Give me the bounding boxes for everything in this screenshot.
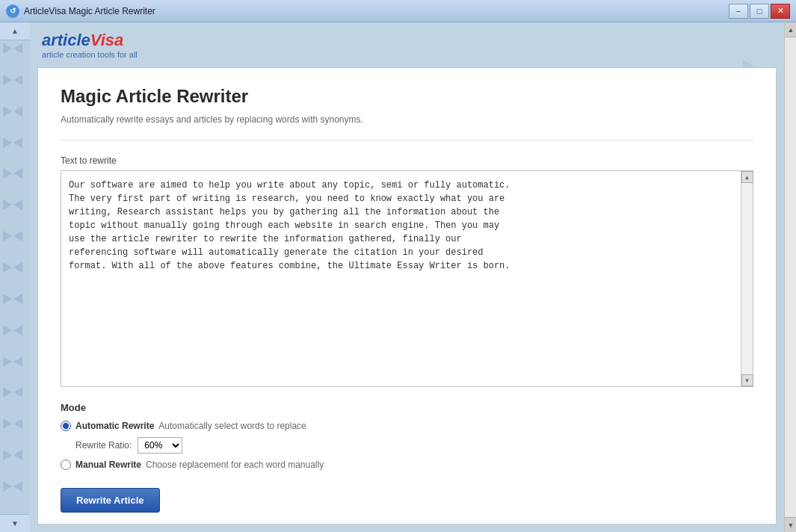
tri-deco bbox=[13, 43, 22, 54]
tri-deco bbox=[3, 387, 12, 398]
tri-deco bbox=[3, 294, 12, 304]
tri-deco bbox=[3, 231, 12, 241]
automatic-rewrite-row: Automatic Rewrite Automatically select w… bbox=[61, 421, 753, 431]
text-area-wrapper: Our software are aimed to help you write… bbox=[61, 170, 753, 387]
left-scroll-bottom: ▼ bbox=[0, 514, 30, 532]
logo-area: articleVisa article creation tools for a… bbox=[42, 31, 138, 59]
textarea-scroll-up[interactable]: ▲ bbox=[741, 171, 753, 183]
tri-deco bbox=[3, 168, 12, 179]
tri-deco bbox=[3, 450, 12, 460]
header-divider bbox=[61, 140, 753, 140]
right-scroll-up[interactable]: ▲ bbox=[785, 22, 796, 37]
manual-rewrite-bold: Manual Rewrite bbox=[75, 460, 141, 470]
tri-deco bbox=[13, 137, 22, 148]
manual-rewrite-row: Manual Rewrite Choose replacement for ea… bbox=[61, 460, 753, 470]
right-scroll-track[interactable] bbox=[785, 37, 796, 517]
restore-button[interactable]: □ bbox=[750, 4, 769, 19]
tri-deco bbox=[3, 75, 12, 85]
up-arrow-icon[interactable]: ▲ bbox=[11, 27, 19, 35]
text-to-rewrite-input[interactable]: Our software are aimed to help you write… bbox=[61, 171, 753, 386]
page-title: Magic Article Rewriter bbox=[61, 86, 753, 107]
textarea-scroll-down[interactable]: ▼ bbox=[741, 374, 753, 386]
textarea-scrollbar: ▲ ▼ bbox=[741, 171, 753, 386]
manual-rewrite-radio[interactable] bbox=[61, 460, 71, 470]
tri-deco bbox=[3, 200, 12, 210]
automatic-rewrite-desc: Automatically select words to replace bbox=[158, 421, 306, 431]
title-bar: ↺ ArticleVisa Magic Article Rewriter − □… bbox=[0, 0, 796, 22]
tri-deco bbox=[13, 75, 22, 85]
tri-deco bbox=[13, 450, 22, 460]
tri-deco bbox=[3, 262, 12, 273]
mode-label: Mode bbox=[61, 402, 753, 413]
mode-section: Mode Automatic Rewrite Automatically sel… bbox=[61, 402, 753, 470]
tri-deco bbox=[13, 481, 22, 492]
rewrite-ratio-select[interactable]: 10% 20% 30% 40% 50% 60% 70% 80% 90% 100% bbox=[138, 437, 182, 454]
app-icon: ↺ bbox=[6, 4, 19, 18]
tri-deco bbox=[13, 200, 22, 210]
title-bar-left: ↺ ArticleVisa Magic Article Rewriter bbox=[6, 4, 155, 18]
page-subtitle: Automatically rewrite essays and article… bbox=[61, 114, 753, 125]
tri-deco bbox=[3, 43, 12, 54]
tri-deco bbox=[3, 137, 12, 148]
tri-deco bbox=[3, 418, 12, 429]
main-container: ▲ bbox=[0, 22, 796, 532]
automatic-rewrite-radio[interactable] bbox=[61, 421, 71, 431]
rewrite-ratio-label: Rewrite Ratio: bbox=[75, 440, 132, 451]
tri-deco bbox=[13, 387, 22, 398]
left-scroll-top: ▲ bbox=[0, 22, 30, 40]
logo-text: articleVisa bbox=[42, 31, 138, 50]
automatic-rewrite-bold: Automatic Rewrite bbox=[75, 421, 154, 431]
tri-deco bbox=[3, 481, 12, 492]
tri-deco bbox=[3, 325, 12, 335]
textarea-scroll-track[interactable] bbox=[741, 183, 753, 374]
text-to-rewrite-label: Text to rewrite bbox=[61, 155, 753, 166]
white-card: Magic Article Rewriter Automatically rew… bbox=[37, 67, 777, 525]
rewrite-ratio-row: Rewrite Ratio: 10% 20% 30% 40% 50% 60% 7… bbox=[75, 437, 753, 454]
tri-deco bbox=[13, 418, 22, 429]
tri-deco bbox=[13, 294, 22, 304]
logo-visa-text: Visa bbox=[90, 31, 123, 49]
tri-deco bbox=[13, 325, 22, 335]
tri-deco bbox=[3, 356, 12, 367]
left-triangle-pattern bbox=[0, 40, 30, 514]
left-side-panel: ▲ bbox=[0, 22, 30, 532]
center-content: articleVisa article creation tools for a… bbox=[30, 22, 784, 532]
tri-deco bbox=[13, 356, 22, 367]
tri-deco bbox=[13, 231, 22, 241]
rewrite-article-button[interactable]: Rewrite Article bbox=[61, 488, 160, 513]
tri-deco bbox=[13, 168, 22, 179]
minimize-button[interactable]: − bbox=[729, 4, 748, 19]
tri-deco bbox=[3, 106, 12, 117]
header-area: articleVisa article creation tools for a… bbox=[30, 22, 784, 67]
tri-deco bbox=[13, 106, 22, 117]
manual-rewrite-desc: Choose replacement for each word manuall… bbox=[146, 460, 324, 470]
window-title: ArticleVisa Magic Article Rewriter bbox=[24, 6, 155, 16]
tri-deco bbox=[13, 262, 22, 273]
window-controls: − □ ✕ bbox=[729, 4, 790, 19]
close-button[interactable]: ✕ bbox=[771, 4, 790, 19]
right-scrollbar: ▲ ▼ bbox=[784, 22, 796, 532]
logo-subtitle: article creation tools for all bbox=[42, 50, 138, 59]
down-arrow-icon[interactable]: ▼ bbox=[11, 519, 19, 528]
right-scroll-down[interactable]: ▼ bbox=[785, 517, 796, 532]
left-scroll-content bbox=[0, 40, 30, 514]
